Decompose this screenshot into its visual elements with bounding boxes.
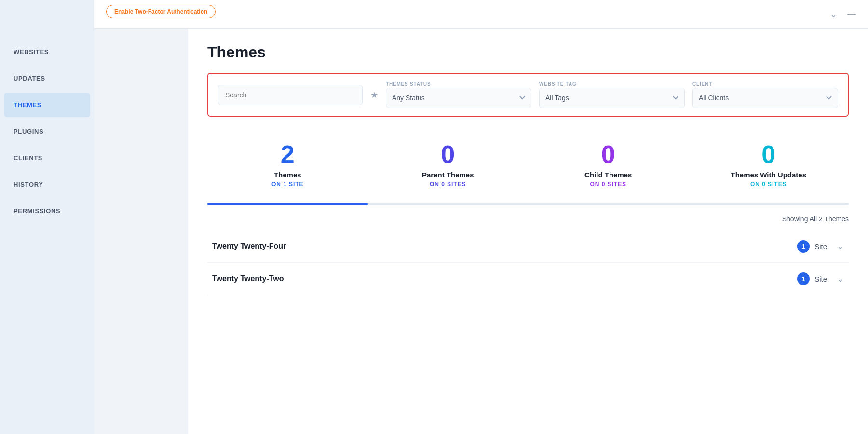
themes-status-filter-group: THEMES STATUS Any Status [386, 81, 531, 108]
twofa-banner[interactable]: Enable Two-Factor Authentication [106, 5, 216, 18]
stat-themes-number: 2 [212, 142, 363, 167]
stat-themes-label: Themes [212, 171, 363, 179]
stat-themes[interactable]: 2 Themes ON 1 SITE [207, 132, 368, 195]
stat-themes-sublabel: ON 1 SITE [212, 181, 363, 188]
theme-site-info-0: 1 Site [797, 240, 827, 253]
theme-name-1: Twenty Twenty-Two [212, 274, 797, 283]
stat-themes-updates-number: 0 [693, 142, 844, 167]
main-content: Themes ★ THEMES STATUS Any Status WEBSIT… [188, 29, 868, 434]
client-select[interactable]: All Clients [692, 88, 838, 108]
sidebar-item-updates[interactable]: UPDATES [4, 66, 90, 91]
sidebar-item-websites[interactable]: WEBSITES [4, 40, 90, 64]
site-badge-1: 1 [797, 272, 810, 285]
progress-bar [207, 203, 849, 205]
theme-name-0: Twenty Twenty-Four [212, 242, 797, 251]
stat-child-themes-label: Child Themes [533, 171, 684, 179]
theme-list: Twenty Twenty-Four 1 Site ⌄ Twenty Twent… [207, 231, 849, 295]
website-tag-filter-group: WEBSITE TAG All Tags [539, 81, 685, 108]
showing-text: Showing All 2 Themes [207, 215, 849, 223]
website-tag-select[interactable]: All Tags [539, 88, 685, 108]
sidebar-item-plugins[interactable]: PLUGINS [4, 119, 90, 144]
site-label-0: Site [814, 243, 827, 251]
stat-themes-updates-sublabel: ON 0 SITES [693, 181, 844, 188]
stat-parent-themes[interactable]: 0 Parent Themes ON 0 SITES [368, 132, 529, 195]
sidebar-item-permissions[interactable]: PERMISSIONS [4, 199, 90, 223]
stat-child-themes-number: 0 [533, 142, 684, 167]
stat-parent-themes-number: 0 [373, 142, 524, 167]
site-badge-0: 1 [797, 240, 810, 253]
filter-bar: ★ THEMES STATUS Any Status WEBSITE TAG A… [207, 73, 849, 117]
expand-icon-0[interactable]: ⌄ [837, 241, 844, 252]
themes-status-label: THEMES STATUS [386, 81, 531, 87]
stat-parent-themes-label: Parent Themes [373, 171, 524, 179]
page-title: Themes [207, 43, 849, 61]
sidebar-item-clients[interactable]: CLIENTS [4, 146, 90, 170]
theme-row[interactable]: Twenty Twenty-Two 1 Site ⌄ [207, 263, 849, 295]
stat-themes-updates-label: Themes With Updates [693, 171, 844, 179]
stat-child-themes[interactable]: 0 Child Themes ON 0 SITES [528, 132, 689, 195]
sidebar-item-themes[interactable]: THEMES [4, 93, 90, 117]
favorite-icon[interactable]: ★ [370, 90, 378, 100]
progress-bar-fill [207, 203, 368, 205]
sidebar: WEBSITES UPDATES THEMES PLUGINS CLIENTS … [0, 0, 94, 434]
stats-row: 2 Themes ON 1 SITE 0 Parent Themes ON 0 … [207, 132, 849, 195]
site-label-1: Site [814, 275, 827, 283]
expand-icon-1[interactable]: ⌄ [837, 273, 844, 284]
sidebar-item-history[interactable]: HISTORY [4, 172, 90, 197]
theme-row[interactable]: Twenty Twenty-Four 1 Site ⌄ [207, 231, 849, 263]
stat-parent-themes-sublabel: ON 0 SITES [373, 181, 524, 188]
website-tag-label: WEBSITE TAG [539, 81, 685, 87]
notification-icon[interactable]: ⌄ [827, 8, 840, 21]
themes-status-select[interactable]: Any Status [386, 88, 531, 108]
stat-themes-updates[interactable]: 0 Themes With Updates ON 0 SITES [689, 132, 849, 195]
menu-icon[interactable]: — [845, 8, 858, 21]
search-input[interactable] [218, 85, 363, 105]
client-filter-group: CLIENT All Clients [692, 81, 838, 108]
stat-child-themes-sublabel: ON 0 SITES [533, 181, 684, 188]
client-label: CLIENT [692, 81, 838, 87]
theme-site-info-1: 1 Site [797, 272, 827, 285]
